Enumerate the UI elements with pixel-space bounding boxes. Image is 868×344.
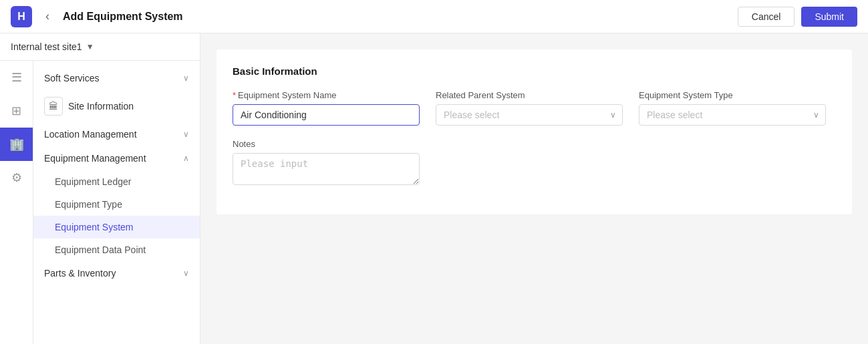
header-right: Cancel Submit (738, 7, 857, 27)
parts-inventory-label: Parts & Inventory (44, 268, 116, 279)
form-card: Basic Information *Equipment System Name… (216, 49, 852, 214)
logo: H (11, 6, 32, 27)
main-layout: Internal test site1 ▼ ☰ ⊞ 🏢 ⚙ Soft Servi… (0, 33, 868, 344)
grid-icon-btn[interactable]: ⊞ (0, 94, 33, 128)
equipment-mgmt-label: Equipment Management (44, 153, 146, 164)
related-parent-select-wrapper: Please select (436, 104, 623, 126)
sidebar: Internal test site1 ▼ ☰ ⊞ 🏢 ⚙ Soft Servi… (0, 33, 200, 344)
notes-input[interactable] (233, 153, 420, 185)
field-related-parent-system: Related Parent System Please select (436, 90, 623, 126)
sidebar-item-equipment-system[interactable]: Equipment System (33, 216, 200, 238)
related-parent-label: Related Parent System (436, 90, 623, 100)
field-equipment-system-type: Equipment System Type Please select (639, 90, 826, 126)
site-dropdown-arrow: ▼ (86, 42, 94, 51)
back-button[interactable]: ‹ (40, 7, 55, 26)
equipment-type-select-wrapper: Please select (639, 104, 826, 126)
sidebar-item-site-information[interactable]: 🏛 Site Information (33, 90, 200, 122)
parts-inventory-chevron: ∨ (183, 269, 189, 278)
site-name: Internal test site1 (11, 41, 82, 52)
sidebar-item-location-management[interactable]: Location Management ∨ (33, 122, 200, 146)
site-selector[interactable]: Internal test site1 ▼ (0, 33, 200, 61)
sidebar-item-equipment-type[interactable]: Equipment Type (33, 193, 200, 216)
page-title: Add Equipment System (63, 11, 183, 23)
soft-services-label: Soft Services (44, 73, 99, 83)
header-left: H ‹ Add Equipment System (11, 6, 183, 27)
related-parent-select[interactable]: Please select (436, 104, 623, 126)
sidebar-item-soft-services[interactable]: Soft Services ∨ (33, 66, 200, 90)
sidebar-item-equipment-management[interactable]: Equipment Management ∧ (33, 146, 200, 170)
field-notes: Notes (233, 139, 420, 185)
menu-icon-btn[interactable]: ☰ (0, 61, 33, 94)
content-area: Basic Information *Equipment System Name… (200, 33, 868, 344)
soft-services-chevron: ∨ (183, 73, 189, 83)
sidebar-item-equipment-ledger[interactable]: Equipment Ledger (33, 170, 200, 193)
section-title: Basic Information (233, 65, 836, 77)
location-mgmt-label: Location Management (44, 129, 137, 140)
field-equipment-system-name: *Equipment System Name (233, 90, 420, 126)
equipment-name-input[interactable] (233, 104, 420, 126)
building-icon-btn[interactable]: 🏢 (0, 128, 33, 161)
equipment-type-label: Equipment System Type (639, 90, 826, 100)
form-row-2: Notes (233, 139, 836, 185)
notes-label: Notes (233, 139, 420, 149)
location-mgmt-chevron: ∨ (183, 130, 189, 139)
equipment-name-label: *Equipment System Name (233, 90, 420, 100)
submit-button[interactable]: Submit (801, 7, 857, 27)
sidebar-item-equipment-data-point[interactable]: Equipment Data Point (33, 238, 200, 261)
nav-menu: Soft Services ∨ 🏛 Site Information Locat… (33, 61, 200, 344)
site-info-label: Site Information (68, 101, 134, 112)
form-row-1: *Equipment System Name Related Parent Sy… (233, 90, 836, 126)
equipment-mgmt-chevron: ∧ (183, 154, 189, 163)
cancel-button[interactable]: Cancel (738, 7, 795, 27)
equipment-type-select[interactable]: Please select (639, 104, 826, 126)
site-info-icon: 🏛 (44, 97, 63, 116)
sidebar-content: ☰ ⊞ 🏢 ⚙ Soft Services ∨ 🏛 (0, 61, 200, 344)
icon-rail: ☰ ⊞ 🏢 ⚙ (0, 61, 33, 344)
sidebar-item-parts-inventory[interactable]: Parts & Inventory ∨ (33, 261, 200, 285)
settings-icon-btn[interactable]: ⚙ (0, 161, 33, 194)
top-header: H ‹ Add Equipment System Cancel Submit (0, 0, 868, 33)
